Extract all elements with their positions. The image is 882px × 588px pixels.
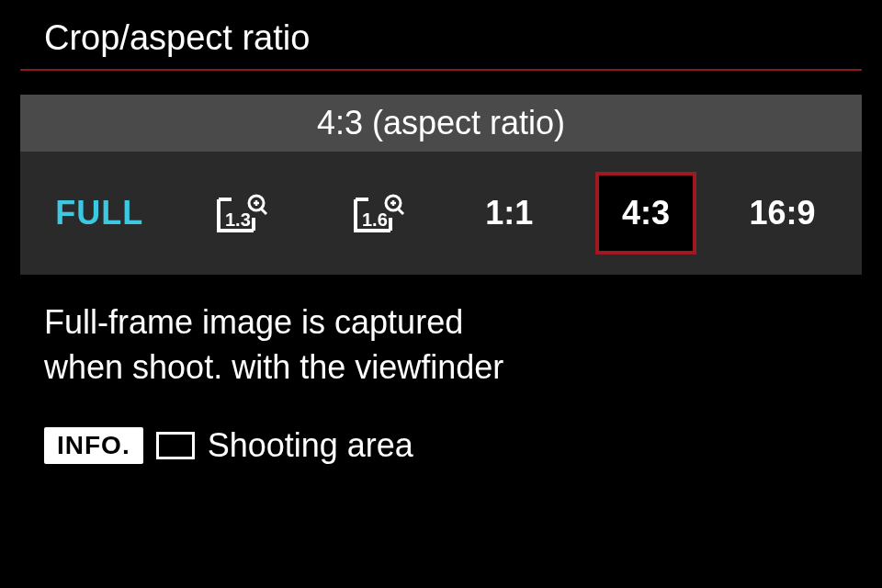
header: Crop/aspect ratio (0, 18, 882, 69)
option-16-9[interactable]: 16:9 (732, 172, 833, 254)
options-bar: FULL 1.3 1.6 (20, 152, 862, 275)
description-line-2: when shoot. with the viewfinder (44, 345, 838, 390)
page-title: Crop/aspect ratio (44, 18, 838, 58)
shooting-area-icon (156, 432, 195, 459)
svg-line-9 (398, 209, 403, 214)
option-crop-1-6[interactable]: 1.6 (322, 172, 424, 254)
option-4-3[interactable]: 4:3 (595, 172, 696, 254)
svg-line-4 (261, 209, 266, 214)
option-crop-1-3[interactable]: 1.3 (186, 172, 287, 254)
option-full[interactable]: FULL (49, 172, 150, 254)
divider (20, 69, 862, 71)
info-button-badge[interactable]: INFO. (44, 427, 143, 464)
svg-text:1.3: 1.3 (225, 209, 251, 230)
description-line-1: Full-frame image is captured (44, 300, 838, 345)
option-1-1[interactable]: 1:1 (458, 172, 560, 254)
footer-label: Shooting area (208, 426, 413, 465)
svg-text:1.6: 1.6 (362, 209, 388, 230)
footer-hint: INFO. Shooting area (0, 408, 882, 465)
description-text: Full-frame image is captured when shoot.… (0, 275, 882, 408)
crop-zoom-1-6-icon: 1.6 (350, 194, 396, 232)
crop-zoom-1-3-icon: 1.3 (213, 194, 259, 232)
selected-value-label: 4:3 (aspect ratio) (20, 95, 862, 152)
